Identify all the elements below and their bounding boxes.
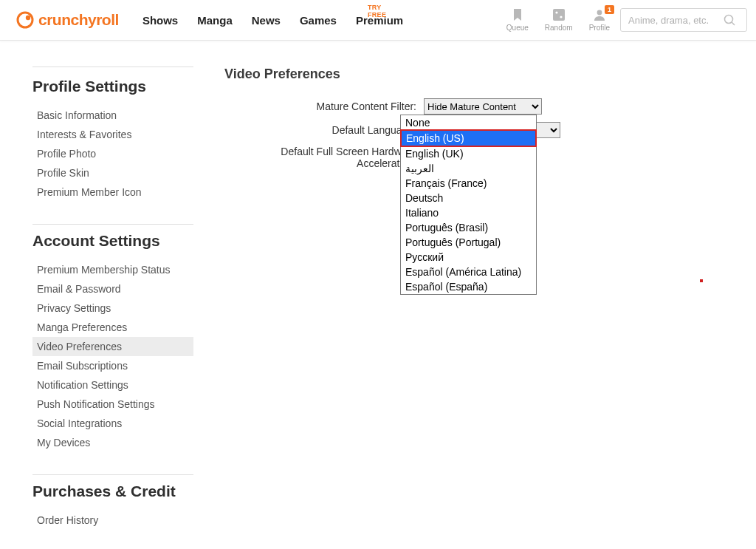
search-box[interactable] (620, 8, 747, 32)
svg-point-3 (555, 11, 557, 13)
select-mature-filter[interactable]: Hide Mature Content (424, 98, 542, 115)
dice-icon (552, 8, 566, 21)
nav-premium[interactable]: TRY FREE Premium (356, 14, 403, 27)
lang-option-portuguese-brazil[interactable]: Português (Brasil) (401, 220, 536, 235)
label-mature-filter: Mature Content Filter: (224, 100, 424, 112)
lang-option-italian[interactable]: Italiano (401, 205, 536, 220)
sidebar-item-email-password[interactable]: Email & Password (32, 279, 193, 299)
lang-option-russian[interactable]: Русский (401, 250, 536, 265)
main-content: Video Preferences Mature Content Filter:… (193, 67, 740, 549)
svg-line-7 (732, 22, 735, 25)
section-profile-settings: Profile Settings (32, 67, 193, 95)
sidebar-item-notification-settings[interactable]: Notification Settings (32, 375, 193, 395)
sidebar-item-order-history[interactable]: Order History (32, 511, 193, 530)
svg-point-0 (18, 13, 32, 27)
account-links: Premium Membership Status Email & Passwo… (32, 260, 193, 474)
nav-shows[interactable]: Shows (142, 14, 178, 27)
section-purchases-credit: Purchases & Credit (32, 474, 193, 500)
header-icons: Queue Random 1 Profile (506, 8, 610, 32)
site-header: crunchyroll Shows Manga News Games TRY F… (0, 0, 756, 41)
settings-sidebar: Profile Settings Basic Information Inter… (32, 67, 193, 549)
profile-button[interactable]: 1 Profile (589, 8, 610, 32)
sidebar-item-push-notification-settings[interactable]: Push Notification Settings (32, 395, 193, 414)
brand-logo[interactable]: crunchyroll (16, 11, 119, 29)
sidebar-item-my-devices[interactable]: My Devices (32, 433, 193, 452)
search-input[interactable] (627, 14, 723, 27)
lang-option-english-uk[interactable]: English (UK) (401, 146, 536, 161)
lang-option-portuguese-portugal[interactable]: Português (Portugal) (401, 235, 536, 250)
sidebar-item-premium-membership[interactable]: Premium Membership Status (32, 260, 193, 279)
section-account-settings: Account Settings (32, 224, 193, 250)
sidebar-item-email-subscriptions[interactable]: Email Subscriptions (32, 356, 193, 375)
profile-label: Profile (589, 24, 610, 32)
lang-option-english-us[interactable]: English (US) (400, 129, 537, 147)
random-label: Random (545, 24, 573, 32)
label-hw-accel: Default Full Screen Hardware Acceleratio… (224, 146, 424, 169)
label-default-language: Default Language: (224, 124, 424, 136)
lang-option-arabic[interactable]: العربية (401, 161, 536, 176)
lang-option-spanish-latam[interactable]: Español (América Latina) (401, 265, 536, 279)
page-body: Profile Settings Basic Information Inter… (0, 41, 756, 549)
queue-button[interactable]: Queue (506, 8, 529, 32)
sidebar-item-basic-information[interactable]: Basic Information (32, 106, 193, 125)
svg-point-6 (725, 16, 733, 24)
sidebar-item-interests-favorites[interactable]: Interests & Favorites (32, 125, 193, 144)
sidebar-item-profile-skin[interactable]: Profile Skin (32, 163, 193, 183)
sidebar-item-profile-photo[interactable]: Profile Photo (32, 144, 193, 163)
try-free-badge: TRY FREE (368, 4, 391, 18)
crunchyroll-icon (16, 11, 34, 29)
queue-label: Queue (506, 24, 529, 32)
page-title: Video Preferences (224, 67, 740, 82)
language-dropdown-list[interactable]: None English (US) English (UK) العربية F… (400, 115, 537, 295)
svg-rect-2 (553, 9, 565, 21)
decorative-dot (700, 279, 703, 282)
brand-text: crunchyroll (38, 11, 119, 29)
sidebar-item-manga-preferences[interactable]: Manga Preferences (32, 318, 193, 337)
nav-news[interactable]: News (252, 14, 281, 27)
svg-point-5 (597, 10, 602, 16)
lang-option-spanish-spain[interactable]: Español (España) (401, 279, 536, 294)
profile-badge: 1 (605, 5, 614, 14)
lang-option-french[interactable]: Français (France) (401, 176, 536, 191)
lang-option-german[interactable]: Deutsch (401, 191, 536, 205)
svg-point-4 (560, 16, 562, 18)
lang-option-none[interactable]: None (401, 115, 536, 130)
purchases-links: Order History (32, 511, 193, 549)
profile-links: Basic Information Interests & Favorites … (32, 106, 193, 224)
sidebar-item-video-preferences[interactable]: Video Preferences (32, 337, 193, 356)
search-icon[interactable] (723, 13, 736, 27)
bookmark-icon (512, 8, 523, 21)
svg-point-1 (26, 16, 30, 20)
sidebar-item-privacy-settings[interactable]: Privacy Settings (32, 299, 193, 318)
sidebar-item-social-integrations[interactable]: Social Integrations (32, 414, 193, 433)
nav-games[interactable]: Games (300, 14, 337, 27)
random-button[interactable]: Random (545, 8, 573, 32)
main-nav: Shows Manga News Games TRY FREE Premium (142, 14, 403, 27)
row-mature-filter: Mature Content Filter: Hide Mature Conte… (224, 98, 740, 115)
nav-manga[interactable]: Manga (197, 14, 233, 27)
sidebar-item-premium-member-icon[interactable]: Premium Member Icon (32, 183, 193, 202)
